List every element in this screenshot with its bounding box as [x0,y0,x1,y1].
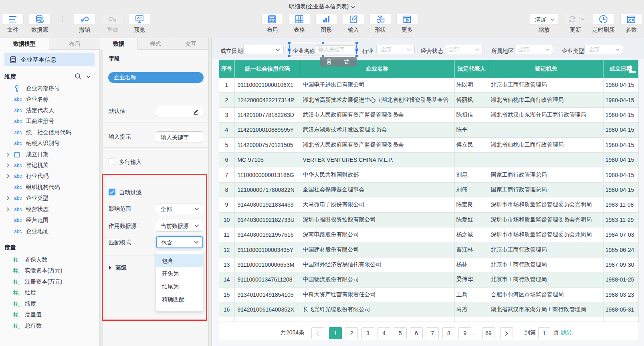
svg-text:abc: abc [14,97,22,102]
svg-text:abc: abc [14,229,22,234]
svg-text:abc: abc [14,163,22,168]
svg-text:abc: abc [14,218,22,223]
svg-text:abc: abc [14,196,22,201]
svg-text:abc: abc [14,130,22,135]
svg-text:x: x [628,17,631,23]
svg-text:abc: abc [14,207,22,212]
svg-text:abc: abc [14,108,22,113]
svg-text:abc: abc [14,119,22,124]
svg-text:abc: abc [14,141,22,146]
svg-text:abc: abc [14,174,22,179]
svg-text:abc: abc [14,185,22,190]
